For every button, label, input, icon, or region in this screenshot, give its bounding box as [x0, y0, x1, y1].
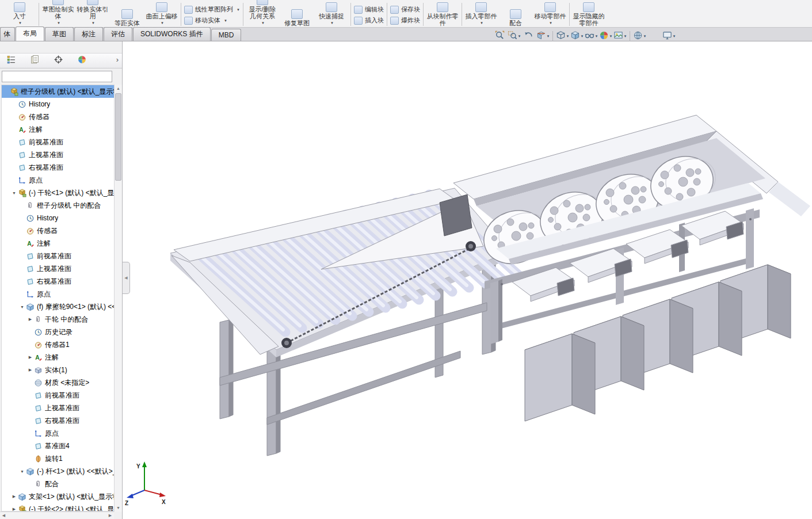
tree-item[interactable]: 传感器 — [2, 224, 114, 237]
tab-sketch[interactable]: 草图 — [45, 27, 74, 41]
panel-collapse-handle[interactable]: ◀ — [123, 262, 130, 294]
dropdown-caret[interactable]: ▼ — [261, 20, 265, 26]
toolbar-button[interactable]: 爆炸块 — [390, 16, 420, 25]
section-view-button[interactable]: ▼ — [536, 29, 550, 44]
tree-item[interactable]: 前视基准面 — [2, 250, 114, 262]
dropdown-caret[interactable]: ▼ — [480, 20, 483, 26]
tree-item[interactable]: 右视基准面 — [2, 414, 114, 427]
scroll-down-arrow[interactable]: ▼ — [115, 504, 122, 512]
scroll-left-arrow[interactable]: ◀ — [0, 512, 7, 519]
scroll-right-arrow[interactable]: ▶ — [106, 512, 114, 519]
tree-item[interactable]: ▼(-) 杆<1> (默认) <<默认>_ — [2, 465, 114, 478]
tree-item[interactable]: 橙子分级机 中的配合 — [2, 199, 114, 212]
toolbar-button[interactable]: 快速捕捉▼ — [314, 1, 349, 27]
toolbar-button[interactable]: 显示隐藏的零部件 — [571, 1, 606, 27]
tree-item[interactable]: 上视基准面 — [2, 402, 114, 414]
viewport-layout-button[interactable]: ▼ — [662, 29, 676, 44]
dropdown-caret[interactable]: ▼ — [581, 35, 584, 38]
dropdown-caret[interactable]: ▼ — [237, 8, 240, 12]
tree-vertical-scrollbar[interactable]: ▲ ▼ — [114, 85, 122, 512]
panel-flyout-arrow[interactable]: › — [116, 55, 119, 64]
tree-item[interactable]: ▶实体(1) — [2, 364, 114, 376]
previous-view-button[interactable] — [521, 29, 536, 44]
tab-mbd[interactable]: MBD — [211, 29, 242, 41]
tree-item[interactable]: 右视基准面 — [2, 275, 114, 288]
display-style-button[interactable]: ▼ — [570, 29, 584, 44]
displaymanager-tab[interactable] — [77, 55, 87, 66]
tree-item[interactable]: A注解 — [2, 237, 114, 250]
tree-item[interactable]: History — [2, 98, 114, 110]
dropdown-caret[interactable]: ▼ — [57, 20, 60, 26]
tree-item[interactable]: 上视基准面 — [2, 262, 114, 275]
collection-bin[interactable] — [525, 334, 595, 421]
toolbar-button[interactable]: 曲面上偏移▼ — [144, 1, 179, 27]
expand-arrow[interactable]: ▼ — [19, 305, 25, 309]
tab-sw-addins[interactable]: SOLIDWORKS 插件 — [133, 27, 211, 41]
dropdown-caret[interactable]: ▼ — [609, 35, 613, 38]
toolbar-button[interactable]: 移动实体▼ — [184, 16, 227, 25]
dropdown-caret[interactable]: ▼ — [595, 35, 598, 38]
tree-horizontal-scrollbar[interactable]: ◀ ▶ — [0, 512, 114, 519]
expand-arrow[interactable]: ▶ — [11, 494, 17, 499]
dropdown-caret[interactable]: ▼ — [518, 35, 521, 38]
dropdown-caret[interactable]: ▼ — [673, 35, 676, 38]
dropdown-caret[interactable]: ▼ — [330, 20, 334, 26]
expand-arrow[interactable]: ▼ — [19, 470, 25, 474]
expand-arrow[interactable]: ▶ — [27, 368, 33, 372]
tree-item[interactable]: 基准面4 — [2, 440, 114, 452]
dropdown-caret[interactable]: ▼ — [643, 35, 647, 38]
tree-item[interactable]: ▶干轮 中的配合 — [2, 313, 114, 326]
tree-item[interactable]: ▶A注解 — [2, 351, 114, 364]
dropdown-caret[interactable]: ▼ — [566, 35, 570, 38]
tab-assembly[interactable]: 体 — [0, 27, 15, 41]
zoom-to-area-button[interactable]: ▼ — [507, 29, 521, 44]
dropdown-caret[interactable]: ▼ — [547, 35, 550, 38]
graphics-area[interactable]: Y X Z — [123, 41, 812, 519]
tab-layout[interactable]: 布局 — [16, 26, 44, 41]
tree-item[interactable]: 传感器1 — [2, 338, 114, 351]
dropdown-caret[interactable]: ▼ — [92, 20, 95, 26]
expand-arrow[interactable]: ▶ — [11, 507, 17, 512]
toolbar-button[interactable]: 移动零部件▼ — [533, 1, 567, 27]
tree-item[interactable]: 橙子分级机 (默认) <默认_显示状态-1 — [2, 85, 114, 98]
toolbar-button[interactable]: 配合 — [498, 1, 533, 27]
tree-item[interactable]: 旋转1 — [2, 452, 114, 465]
dropdown-caret[interactable]: ▼ — [18, 20, 22, 26]
hide-show-items-button[interactable]: ▼ — [584, 29, 598, 44]
tree-item[interactable]: ▼(-) 干轮<1> (默认) <默认_显示状 — [2, 186, 114, 199]
tree-item[interactable]: ▶(-) 干轮<2> (默认) <默认_显示状 — [2, 503, 114, 512]
tree-item[interactable]: 历史记录 — [2, 326, 114, 338]
view-settings-button[interactable]: ▼ — [632, 29, 647, 44]
configurationmanager-tab[interactable] — [53, 55, 64, 66]
view-orientation-button[interactable]: ▼ — [555, 29, 570, 44]
toolbar-button[interactable]: 等距实体 — [110, 1, 144, 27]
tree-item[interactable]: 前视基准面 — [2, 136, 114, 148]
toolbar-button[interactable]: 保存块 — [390, 5, 420, 14]
tab-evaluate[interactable]: 评估 — [104, 27, 132, 41]
tree-item[interactable]: 原点 — [2, 288, 114, 300]
toolbar-button[interactable]: 修复草图 — [280, 1, 314, 27]
expand-arrow[interactable]: ▶ — [27, 355, 33, 360]
dropdown-caret[interactable]: ▼ — [624, 35, 627, 38]
orange-grader-model[interactable] — [123, 41, 812, 519]
apply-scene-button[interactable]: ▼ — [613, 29, 627, 44]
tree-item[interactable]: ▼(f) 摩擦轮90<1> (默认) <<默 — [2, 300, 114, 313]
tree-item[interactable]: 原点 — [2, 174, 114, 186]
tree-item[interactable]: History — [2, 212, 114, 224]
dropdown-caret[interactable]: ▼ — [549, 20, 552, 26]
propertymanager-tab[interactable] — [29, 55, 40, 66]
tree-item[interactable]: 右视基准面 — [2, 161, 114, 174]
toolbar-button[interactable]: 编辑块 — [354, 5, 384, 14]
expand-arrow[interactable]: ▶ — [27, 317, 33, 322]
scroll-thumb[interactable] — [115, 93, 121, 181]
tree-item[interactable]: 原点 — [2, 427, 114, 440]
zoom-to-fit-button[interactable] — [493, 29, 507, 44]
toolbar-button[interactable]: 插入块 — [354, 16, 384, 25]
tree-item[interactable]: 上视基准面 — [2, 148, 114, 161]
model-infeed-table[interactable] — [170, 188, 519, 456]
toolbar-button[interactable]: 入寸▼ — [2, 1, 37, 27]
featuremanager-tab[interactable] — [6, 55, 17, 66]
edit-appearance-button[interactable]: ▼ — [598, 29, 613, 44]
model-far-rail[interactable] — [769, 182, 810, 216]
toolbar-button[interactable]: 从块制作零件 — [425, 1, 460, 27]
